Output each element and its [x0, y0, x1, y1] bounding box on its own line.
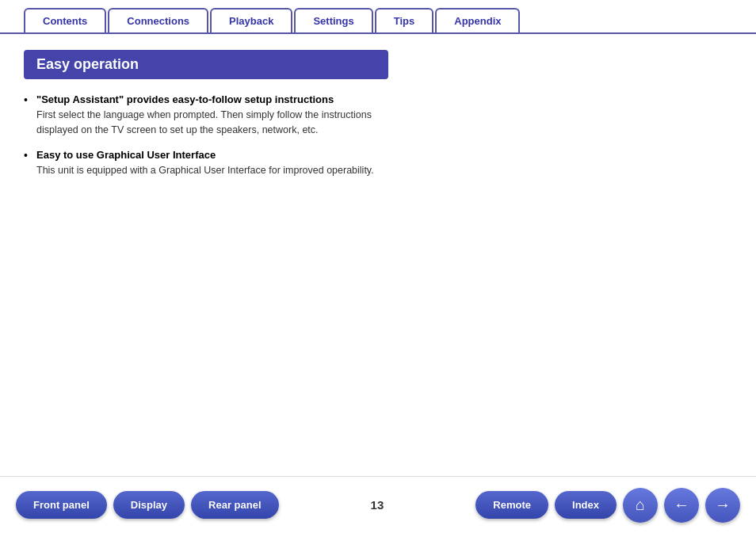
item-body-2: This unit is equipped with a Graphical U… — [36, 163, 385, 178]
display-button[interactable]: Display — [113, 491, 185, 519]
top-nav: Contents Connections Playback Settings T… — [0, 0, 756, 34]
feature-list: "Setup Assistant" provides easy-to-follo… — [24, 93, 732, 177]
bottom-nav-left: Front panel Display Rear panel — [16, 491, 279, 519]
section-title: Easy operation — [24, 50, 388, 79]
bottom-nav-right: Remote Index ⌂ ← → — [475, 488, 740, 523]
page-number: 13 — [371, 498, 384, 512]
item-title-1: "Setup Assistant" provides easy-to-follo… — [36, 93, 334, 105]
front-panel-button[interactable]: Front panel — [16, 491, 107, 519]
tab-contents[interactable]: Contents — [24, 8, 106, 32]
item-title-2: Easy to use Graphical User Interface — [36, 149, 216, 161]
remote-button[interactable]: Remote — [475, 491, 548, 519]
next-button[interactable]: → — [705, 488, 740, 523]
tab-connections[interactable]: Connections — [108, 8, 208, 32]
prev-icon: ← — [674, 496, 689, 514]
tab-settings[interactable]: Settings — [294, 8, 372, 32]
main-content: Easy operation "Setup Assistant" provide… — [0, 34, 756, 476]
tab-tips[interactable]: Tips — [375, 8, 434, 32]
index-button[interactable]: Index — [555, 491, 617, 519]
list-item: Easy to use Graphical User Interface Thi… — [24, 149, 732, 178]
tab-appendix[interactable]: Appendix — [435, 8, 520, 32]
item-body-1: First select the language when prompted.… — [36, 108, 385, 138]
home-icon: ⌂ — [636, 496, 645, 514]
home-button[interactable]: ⌂ — [623, 488, 658, 523]
rear-panel-button[interactable]: Rear panel — [191, 491, 278, 519]
tab-playback[interactable]: Playback — [210, 8, 292, 32]
prev-button[interactable]: ← — [664, 488, 699, 523]
list-item: "Setup Assistant" provides easy-to-follo… — [24, 93, 732, 138]
next-icon: → — [715, 496, 731, 514]
bottom-nav: Front panel Display Rear panel 13 Remote… — [0, 476, 756, 533]
